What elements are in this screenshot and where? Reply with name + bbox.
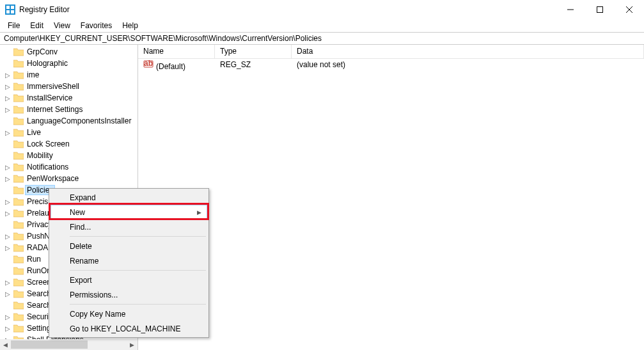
context-menu-separator — [70, 236, 206, 237]
folder-icon — [13, 266, 24, 275]
context-menu-item-expand[interactable]: Expand — [51, 190, 207, 205]
folder-icon — [13, 209, 24, 218]
tree-item-label: ImmersiveShell — [26, 82, 81, 91]
expand-icon[interactable]: ▷ — [4, 290, 12, 298]
expand-icon[interactable]: ▷ — [4, 95, 12, 102]
menu-file[interactable]: File — [3, 20, 25, 31]
tree-item-label: Internet Settings — [26, 105, 84, 114]
scroll-right-arrow[interactable]: ▶ — [127, 339, 137, 350]
folder-icon — [13, 116, 24, 125]
tree-item-label: Live — [26, 128, 42, 137]
context-menu-item-export[interactable]: Export — [51, 273, 207, 287]
expand-icon[interactable]: ▷ — [4, 314, 12, 321]
expand-icon[interactable]: ▷ — [4, 72, 12, 79]
close-button[interactable] — [615, 0, 644, 19]
tree-item-live[interactable]: ▷Live — [0, 127, 137, 138]
scroll-left-arrow[interactable]: ◀ — [0, 339, 11, 350]
folder-icon — [13, 105, 24, 114]
folder-icon — [13, 174, 24, 183]
expand-icon[interactable]: ▷ — [4, 210, 12, 217]
folder-icon — [13, 289, 24, 298]
column-type[interactable]: Type — [215, 45, 292, 58]
menu-favorites[interactable]: Favorites — [75, 20, 117, 31]
context-menu-item-new[interactable]: New▶ — [51, 205, 207, 219]
tree-item-label: InstallService — [26, 93, 74, 102]
list-header: Name Type Data — [138, 45, 644, 59]
folder-icon — [13, 139, 24, 148]
context-menu-item-rename[interactable]: Rename — [51, 253, 207, 268]
minimize-button[interactable] — [556, 0, 585, 19]
menu-help[interactable]: Help — [117, 20, 143, 31]
tree-item-installservice[interactable]: ▷InstallService — [0, 92, 137, 104]
expand-icon[interactable]: ▷ — [4, 175, 12, 182]
context-menu-item-copy-key-name[interactable]: Copy Key Name — [51, 306, 207, 321]
tree-item-ime[interactable]: ▷ime — [0, 69, 137, 81]
tree-item-label: Lock Screen — [26, 139, 71, 148]
folder-icon — [13, 220, 24, 229]
context-menu-item-label: Delete — [70, 242, 92, 251]
list-row[interactable]: ab(Default)REG_SZ(value not set) — [138, 59, 644, 70]
context-menu-item-find[interactable]: Find... — [51, 219, 207, 234]
context-menu-item-permissions[interactable]: Permissions... — [51, 287, 207, 302]
folder-icon — [13, 47, 24, 56]
svg-rect-6 — [597, 7, 603, 13]
svg-text:ab: ab — [144, 59, 153, 68]
folder-icon — [13, 93, 24, 102]
titlebar: Registry Editor — [0, 0, 644, 19]
value-list: Name Type Data ab(Default)REG_SZ(value n… — [138, 45, 644, 350]
scroll-track[interactable] — [11, 339, 127, 350]
folder-icon — [13, 59, 24, 68]
expand-icon[interactable]: ▷ — [4, 244, 12, 251]
tree-item-mobility[interactable]: Mobility — [0, 150, 137, 161]
svg-rect-4 — [11, 10, 14, 13]
address-bar[interactable]: Computer\HKEY_CURRENT_USER\SOFTWARE\Micr… — [0, 32, 644, 45]
expand-icon[interactable]: ▷ — [4, 198, 12, 205]
tree-item-penworkspace[interactable]: ▷PenWorkspace — [0, 173, 137, 184]
tree-item-label: ime — [26, 70, 40, 79]
menubar: File Edit View Favorites Help — [0, 19, 644, 32]
context-menu: ExpandNew▶Find...DeleteRenameExportPermi… — [49, 188, 209, 338]
folder-icon — [13, 163, 24, 171]
folder-icon — [13, 197, 24, 206]
tree-item-notifications[interactable]: ▷Notifications — [0, 161, 137, 173]
context-menu-separator — [70, 270, 206, 271]
column-data[interactable]: Data — [292, 45, 644, 58]
expand-icon[interactable]: ▷ — [4, 233, 12, 240]
folder-icon — [13, 128, 24, 137]
tree-horizontal-scrollbar[interactable]: ◀ ▶ — [0, 339, 137, 350]
expand-icon[interactable]: ▷ — [4, 164, 12, 171]
expand-icon[interactable]: ▷ — [4, 106, 12, 113]
tree-item-label: Run — [26, 255, 42, 264]
context-menu-item-label: Export — [70, 276, 92, 285]
tree-item-immersiveshell[interactable]: ▷ImmersiveShell — [0, 81, 137, 92]
tree-item-grpconv[interactable]: GrpConv — [0, 46, 137, 58]
context-menu-item-delete[interactable]: Delete — [51, 239, 207, 253]
scroll-thumb[interactable] — [11, 340, 88, 349]
context-menu-item-label: Copy Key Name — [70, 310, 125, 319]
context-menu-item-label: Rename — [70, 257, 98, 266]
value-type: REG_SZ — [215, 60, 292, 69]
folder-icon — [13, 301, 24, 310]
expand-icon[interactable]: ▷ — [4, 129, 12, 136]
expand-icon[interactable]: ▷ — [4, 279, 12, 286]
folder-icon — [13, 243, 24, 252]
folder-icon — [13, 70, 24, 79]
tree-item-label: Holographic — [26, 59, 69, 68]
tree-item-languagecomponentsinstaller[interactable]: LanguageComponentsInstaller — [0, 115, 137, 127]
tree-item-holographic[interactable]: Holographic — [0, 58, 137, 69]
menu-view[interactable]: View — [49, 20, 75, 31]
folder-icon — [13, 82, 24, 91]
column-name[interactable]: Name — [138, 45, 215, 58]
tree-item-lock-screen[interactable]: Lock Screen — [0, 138, 137, 150]
tree-item-internet-settings[interactable]: ▷Internet Settings — [0, 104, 137, 115]
app-icon — [5, 4, 15, 15]
address-text: Computer\HKEY_CURRENT_USER\SOFTWARE\Micr… — [4, 34, 322, 43]
context-menu-item-label: Find... — [70, 223, 91, 232]
expand-icon[interactable]: ▷ — [4, 83, 12, 90]
value-data: (value not set) — [292, 60, 644, 69]
menu-edit[interactable]: Edit — [25, 20, 49, 31]
maximize-button[interactable] — [585, 0, 615, 19]
expand-icon[interactable]: ▷ — [4, 325, 12, 332]
context-menu-item-go-to-hkey-local-machine[interactable]: Go to HKEY_LOCAL_MACHINE — [51, 321, 207, 336]
folder-icon — [13, 186, 24, 195]
